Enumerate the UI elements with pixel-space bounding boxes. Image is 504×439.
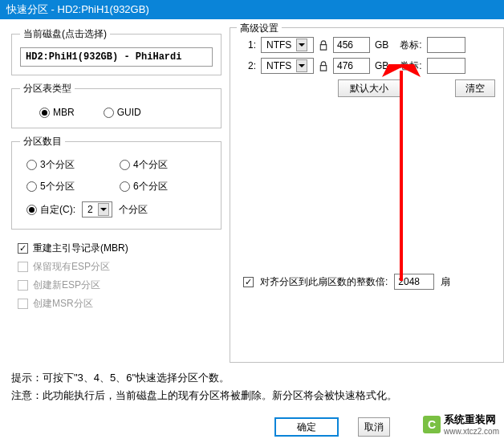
current-disk-value[interactable]: HD2:PhiH1(932GB) - PhiHardi (20, 47, 213, 67)
radio-4-label: 4个分区 (133, 158, 168, 172)
checkbox-create-msr-row: 创建MSR分区 (11, 295, 222, 313)
row2-fs-value: NTFS (266, 60, 291, 71)
radio-mbr-input[interactable] (39, 108, 50, 118)
checkbox-create-msr-label: 创建MSR分区 (33, 297, 93, 311)
lock-icon[interactable] (319, 40, 328, 51)
chevron-down-icon (296, 59, 307, 72)
checkbox-rebuild-mbr-row[interactable]: 重建主引导记录(MBR) (11, 239, 222, 258)
hints-block: 提示：可按下"3、4、5、6"快速选择分区个数。 注意：此功能执行后，当前磁盘上… (0, 363, 504, 404)
logo-icon: C (423, 416, 441, 433)
hint-line-2: 注意：此功能执行后，当前磁盘上的现有分区将被删除。新分区将会被快速格式化。 (11, 387, 504, 404)
row2-size-input[interactable] (333, 58, 370, 74)
custom-count-value: 2 (87, 204, 93, 215)
hint-line-1: 提示：可按下"3、4、5、6"快速选择分区个数。 (11, 369, 504, 387)
radio-4-input[interactable] (120, 160, 130, 170)
radio-custom-label: 自定(C): (40, 203, 75, 217)
checkbox-create-msr (18, 299, 28, 309)
row1-size-input[interactable] (333, 37, 370, 53)
radio-custom-input[interactable] (26, 205, 37, 215)
radio-3-label: 3个分区 (40, 158, 75, 172)
row1-index: 1: (238, 39, 256, 51)
radio-3-partitions[interactable]: 3个分区 (26, 158, 120, 172)
align-unit: 扇 (441, 275, 450, 289)
row2-vol-label: 卷标: (400, 59, 421, 73)
window-title: 快速分区 - HD2:PhiH1(932GB) (6, 3, 149, 15)
current-disk-legend: 当前磁盘(点击选择) (20, 27, 110, 41)
partition-row-2: 2: NTFS GB 卷标: (238, 55, 503, 76)
partition-row-1: 1: NTFS GB 卷标: (238, 35, 503, 55)
ok-button[interactable]: 确定 (274, 417, 339, 437)
checkbox-rebuild-mbr-label: 重建主引导记录(MBR) (33, 242, 128, 255)
radio-custom[interactable]: 自定(C): (26, 203, 75, 217)
checkbox-keep-esp-row: 保留现有ESP分区 (11, 258, 222, 276)
radio-guid[interactable]: GUID (104, 107, 141, 118)
checkbox-create-esp (18, 280, 28, 291)
radio-5-label: 5个分区 (40, 180, 75, 193)
table-type-group: 分区表类型 MBR GUID (11, 82, 222, 128)
watermark-text: 系统重装网 (444, 413, 499, 427)
clear-button[interactable]: 清空 (455, 79, 495, 97)
chevron-down-icon (296, 39, 307, 51)
chevron-down-icon (98, 203, 109, 216)
current-disk-group: 当前磁盘(点击选择) HD2:PhiH1(932GB) - PhiHardi (11, 27, 222, 75)
row1-fs-value: NTFS (266, 39, 291, 51)
radio-mbr-label: MBR (53, 107, 75, 118)
row1-vol-input[interactable] (427, 37, 465, 53)
align-label: 对齐分区到此扇区数的整数倍: (260, 275, 388, 289)
row1-vol-label: 卷标: (400, 39, 421, 52)
partition-count-legend: 分区数目 (20, 135, 65, 148)
advanced-legend: 高级设置 (237, 22, 282, 35)
row2-vol-input[interactable] (427, 58, 465, 74)
row1-fs-select[interactable]: NTFS (261, 37, 314, 53)
partition-count-group: 分区数目 3个分区 4个分区 5个分区 6个分区 (11, 135, 222, 230)
row2-fs-select[interactable]: NTFS (261, 58, 314, 74)
radio-6-partitions[interactable]: 6个分区 (120, 180, 213, 193)
window-titlebar: 快速分区 - HD2:PhiH1(932GB) (0, 0, 504, 19)
watermark: C 系统重装网 www.xtcz2.com (420, 411, 502, 437)
watermark-url: www.xtcz2.com (444, 427, 499, 436)
radio-5-partitions[interactable]: 5个分区 (26, 180, 120, 193)
default-size-button[interactable]: 默认大小 (338, 79, 400, 97)
radio-4-partitions[interactable]: 4个分区 (120, 158, 213, 172)
align-checkbox[interactable] (243, 277, 254, 287)
row2-index: 2: (238, 60, 256, 71)
checkbox-create-esp-row: 创建新ESP分区 (11, 276, 222, 295)
radio-guid-label: GUID (117, 107, 141, 118)
radio-5-input[interactable] (26, 181, 37, 192)
custom-count-select[interactable]: 2 (82, 201, 112, 217)
row1-unit: GB (375, 39, 388, 51)
radio-6-label: 6个分区 (133, 180, 168, 193)
checkbox-rebuild-mbr[interactable] (18, 243, 28, 254)
radio-guid-input[interactable] (104, 108, 114, 118)
checkbox-keep-esp (18, 262, 28, 272)
align-value-input[interactable] (394, 274, 434, 290)
table-type-legend: 分区表类型 (20, 82, 75, 96)
align-row: 对齐分区到此扇区数的整数倍: 扇 (238, 274, 503, 290)
checkbox-keep-esp-label: 保留现有ESP分区 (33, 260, 110, 274)
lock-icon[interactable] (319, 61, 328, 71)
advanced-settings-group: 高级设置 1: NTFS GB 卷标: 2: NTFS (230, 27, 504, 363)
radio-6-input[interactable] (120, 181, 130, 192)
radio-mbr[interactable]: MBR (39, 107, 75, 118)
custom-count-suffix: 个分区 (119, 203, 148, 217)
row2-unit: GB (375, 60, 388, 71)
checkbox-create-esp-label: 创建新ESP分区 (33, 278, 100, 292)
cancel-button[interactable]: 取消 (358, 417, 390, 437)
radio-3-input[interactable] (26, 160, 37, 170)
